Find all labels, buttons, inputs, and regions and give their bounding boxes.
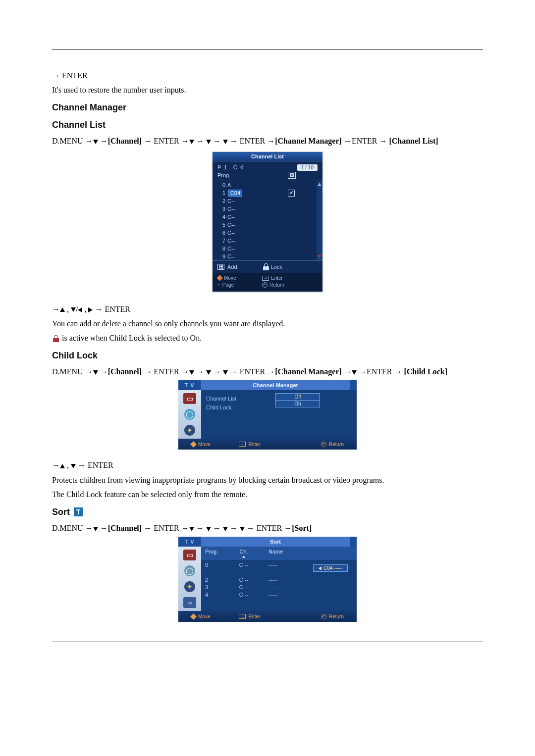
left-arrow-icon [319,566,321,570]
cl-prog-row: Prog. ⊞ [213,172,322,181]
heading-child-lock: Child Lock [52,351,483,361]
cl-row-name: C-- [227,222,320,228]
sort-asc-icon [242,555,245,558]
cl-body: You can add or delete a channel so only … [52,318,483,329]
cl-row-num: 8 [217,246,227,252]
sort-prog: 3 [205,584,229,590]
sort-prog: 4 [205,592,229,598]
cl-row-num: 7 [217,238,227,244]
lock-icon [53,335,59,342]
teletext-icon: T [74,507,83,516]
sort-title: Sort [201,537,350,547]
sort-prog: 2 [205,577,229,583]
enter-icon: ↲ [239,614,246,619]
return-icon: ↶ [321,614,326,619]
cl-row-num: 0 [217,182,227,188]
cl-row-name: C-- [227,198,320,204]
pc-icon: ▭ [183,597,196,608]
cl-row-num: 6 [217,230,227,236]
move-icon [190,441,197,448]
cl-row-name: C-- [227,253,320,259]
gear-icon: ✦ [184,581,195,592]
cl-legend-nav: Move ↲Enter ≡Page ↶Return [213,273,322,292]
cl-scrollbar [317,181,322,260]
cl-row-num: 1 [217,190,227,196]
channel-manager-screenshot: T V Channel Manager ▭ ◯ ✦ Channel List C… [178,380,357,450]
cl-nav-enter: → , / , → ENTER [52,303,483,315]
return-icon: ↶ [321,442,326,447]
cm-tv-tab: T V [178,380,201,390]
child-lock-nav: D.MENU → →[Channel] → ENTER → → → → ENTE… [52,366,483,377]
lock-body1: Protects children from viewing inappropr… [52,474,483,486]
cl-row-name: C-- [227,238,320,244]
heading-channel-manager: Channel Manager [52,102,483,113]
sort-name: ----- [259,592,353,598]
cl-row-num: 4 [217,214,227,220]
gear-icon: ✦ [184,425,195,436]
cl-row-name: C-- [227,214,320,220]
sort-title-bar: T V Sort [178,537,357,547]
sort-prog: 0 [205,562,229,568]
top-rule [52,50,483,50]
enter-icon: ↲ [239,442,246,447]
channel-list-screenshot: Channel List P 1 C 4 1 / 10 Prog. ⊞ 0 A … [212,151,323,293]
sort-screenshot: T V Sort ▭ ◯ ✦ ▭ Prog. Ch. Name 0C -----… [178,537,357,622]
cm-footer: Move ↲Enter ↶Return [178,439,357,450]
sort-sidebar-icons: ▭ ◯ ✦ ▭ [178,547,201,611]
channel-list-nav: D.MENU → →[Channel] → ENTER → → → → ENTE… [52,135,483,147]
sort-tv-tab: T V [178,537,201,547]
move-icon [216,275,223,281]
sort-name: ----- [259,577,353,583]
return-icon: ↶ [262,282,268,288]
cl-row-num: 3 [217,206,227,212]
sort-selection-badge: C04 ----- [313,564,348,572]
cl-row-num: 9 [217,253,227,259]
bottom-rule [52,642,483,642]
cm-title-bar: T V Channel Manager [178,380,357,390]
scroll-up-icon [317,181,322,188]
cl-row-selected: 1 C04 ✔ [213,189,322,197]
enter-icon: ↲ [262,276,269,281]
cl-row-num: 2 [217,198,227,204]
move-icon [190,613,197,620]
cl-title: Channel List [213,152,322,161]
sort-ch: C -- [232,577,256,583]
scroll-down-icon [317,253,322,260]
sort-footer: Move ↲Enter ↶Return [178,611,357,622]
lock-icon [263,263,269,270]
cl-row-name: A [227,182,320,188]
lock-body2: The Child Lock feature can be selected o… [52,489,483,500]
cm-option-off: Off [275,393,320,401]
cl-row-num: 5 [217,222,227,228]
heading-sort: Sort T [52,507,483,517]
sort-header: Prog. Ch. Name [201,547,357,560]
cl-row-name: C-- [227,206,320,212]
add-icon: ⊞ [288,172,296,179]
sort-nav: D.MENU → →[Channel] → ENTER → → → → → EN… [52,522,483,534]
cm-title: Channel Manager [201,380,350,390]
checked-icon: ✔ [288,190,295,197]
sort-ch: C -- [232,562,256,568]
cl-lock-note: is active when Child Lock is selected to… [52,332,483,344]
lock-nav-enter: → , → ENTER [52,459,483,471]
intro-body: It's used to restore the number user inp… [52,84,483,96]
sort-ch: C -- [232,592,256,598]
cl-page-count: 1 / 10 [297,164,318,171]
heading-channel-list: Channel List [52,120,483,130]
tv-icon: ▭ [183,550,196,560]
intro-nav: → ENTER [52,70,483,81]
cl-row-name: C-- [227,246,320,252]
cl-header: P 1 C 4 1 / 10 [213,161,322,172]
sort-ch: C -- [232,584,256,590]
cl-table: 0 A 1 C04 ✔ 2C-- 3C-- 4C-- 5C-- 6C-- 7C-… [213,181,322,260]
add-icon: ⊞ [217,264,224,270]
cl-legend-add-lock: ⊞ Add Lock [213,260,322,273]
tv-icon: ▭ [183,393,196,404]
cm-option-on: On [275,401,320,407]
cm-sidebar-icons: ▭ ◯ ✦ [178,390,201,439]
globe-icon: ◯ [184,565,195,576]
cl-row-name: C-- [227,230,320,236]
sort-name: ----- [259,584,353,590]
globe-icon: ◯ [184,409,195,420]
cl-row-name: C04 [228,190,242,197]
